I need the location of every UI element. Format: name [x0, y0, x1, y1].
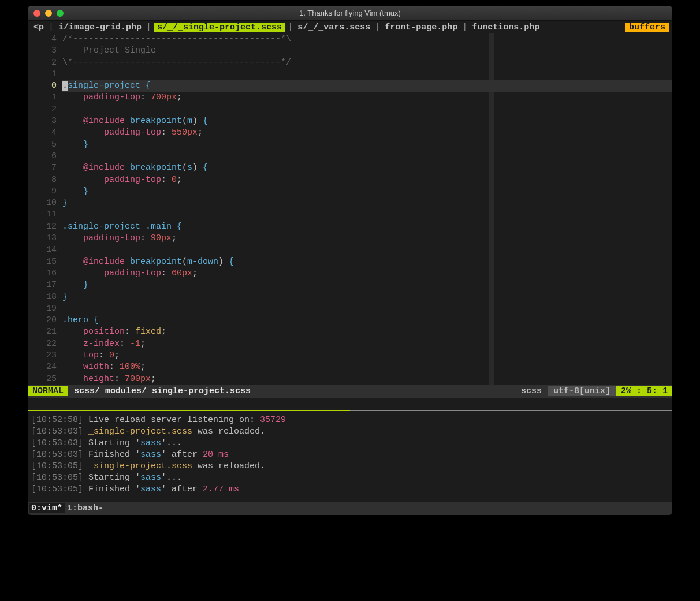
code-line[interactable] — [62, 151, 672, 162]
line-number: 25 — [28, 374, 57, 385]
code-line[interactable]: padding-top: 700px; — [62, 92, 672, 103]
status-encoding: utf-8[unix] — [548, 386, 616, 396]
code-line[interactable] — [62, 303, 672, 315]
code-line[interactable]: } — [62, 197, 672, 209]
tab-prefix: <p — [31, 23, 46, 32]
tab-sep: | — [144, 23, 154, 32]
code-line[interactable]: .hero { — [62, 315, 672, 326]
buffers-indicator[interactable]: buffers — [625, 23, 669, 32]
status-filetype: scss — [515, 386, 548, 396]
code-line[interactable]: } — [62, 186, 672, 197]
line-number: 24 — [28, 361, 57, 373]
line-number: 5 — [28, 139, 57, 151]
line-number: 11 — [28, 209, 57, 221]
line-number: 3 — [28, 115, 57, 127]
tab-sep: | — [460, 23, 470, 32]
tab-4[interactable]: functions.php — [470, 23, 542, 32]
code-line[interactable]: /*--------------------------------------… — [62, 33, 672, 45]
code-line[interactable] — [62, 104, 672, 115]
code-line[interactable]: padding-top: 550px; — [62, 127, 672, 139]
code-line[interactable]: \*--------------------------------------… — [62, 57, 672, 69]
tmux-statusbar: 0:vim*1:bash- — [28, 502, 672, 515]
terminal-line: [10:53:05] Starting 'sass'... — [31, 472, 669, 484]
editor-pane[interactable]: 4321012345678910111213141516171819202122… — [28, 33, 672, 385]
tab-1[interactable]: s/_/_single-project.scss — [154, 23, 285, 32]
terminal-line: [10:53:05] _single-project.scss was relo… — [31, 461, 669, 472]
code-line[interactable]: height: 700px; — [62, 374, 672, 385]
code-line[interactable]: top: 0; — [62, 350, 672, 361]
line-number-gutter: 4321012345678910111213141516171819202122… — [28, 33, 62, 385]
tmux-split-divider[interactable] — [28, 409, 672, 412]
tmux-window[interactable]: 1:bash- — [65, 503, 106, 513]
line-number: 1 — [28, 69, 57, 80]
terminal-window: 1. Thanks for flying Vim (tmux) <p | i/i… — [28, 6, 672, 515]
line-number: 0 — [28, 80, 57, 92]
tab-sep: | — [285, 23, 295, 32]
tmux-window[interactable]: 0:vim* — [29, 503, 65, 513]
line-number: 21 — [28, 326, 57, 338]
line-number: 15 — [28, 256, 57, 268]
status-file: scss/_modules/_single-project.scss — [68, 386, 256, 396]
line-number: 18 — [28, 292, 57, 303]
line-number: 17 — [28, 279, 57, 291]
line-number: 16 — [28, 268, 57, 279]
code-line[interactable]: z-index: -1; — [62, 338, 672, 350]
line-number: 22 — [28, 338, 57, 350]
buffer-tabline: <p | i/image-grid.php|s/_/_single-projec… — [28, 21, 672, 33]
line-number: 1 — [28, 92, 57, 103]
code-line[interactable]: } — [62, 292, 672, 303]
code-line[interactable]: padding-top: 60px; — [62, 268, 672, 279]
window-title: 1. Thanks for flying Vim (tmux) — [28, 9, 672, 17]
line-number: 20 — [28, 315, 57, 326]
code-line[interactable] — [62, 209, 672, 221]
tab-3[interactable]: front-page.php — [382, 23, 460, 32]
code-line[interactable]: @include breakpoint(m-down) { — [62, 256, 672, 268]
tab-0[interactable]: i/image-grid.php — [56, 23, 144, 32]
line-number: 10 — [28, 197, 57, 209]
line-number: 4 — [28, 127, 57, 139]
code-line[interactable]: width: 100%; — [62, 361, 672, 373]
mode-indicator: NORMAL — [28, 386, 68, 396]
code-line[interactable]: } — [62, 279, 672, 291]
vim-statusline: NORMAL scss/_modules/_single-project.scs… — [28, 385, 672, 398]
line-number: 23 — [28, 350, 57, 361]
line-number: 12 — [28, 221, 57, 233]
tab-2[interactable]: s/_/_vars.scss — [295, 23, 373, 32]
tab-sep: | — [46, 23, 56, 32]
line-number: 8 — [28, 174, 57, 186]
code-area[interactable]: /*--------------------------------------… — [62, 33, 672, 385]
code-line[interactable] — [62, 69, 672, 80]
code-line[interactable] — [62, 244, 672, 256]
line-number: 6 — [28, 151, 57, 162]
line-number: 2 — [28, 57, 57, 69]
code-line[interactable]: @include breakpoint(m) { — [62, 115, 672, 127]
tab-sep: | — [373, 23, 382, 32]
line-number: 19 — [28, 303, 57, 315]
code-line[interactable]: padding-top: 90px; — [62, 233, 672, 244]
line-number: 13 — [28, 233, 57, 244]
terminal-line: [10:53:03] Starting 'sass'... — [31, 438, 669, 449]
line-number: 4 — [28, 33, 57, 45]
code-line[interactable]: .single-project .main { — [62, 221, 672, 233]
titlebar[interactable]: 1. Thanks for flying Vim (tmux) — [28, 6, 672, 21]
vim-cmdline[interactable] — [28, 398, 672, 409]
terminal-line: [10:52:58] Live reload server listening … — [31, 415, 669, 426]
code-line[interactable]: @include breakpoint(s) { — [62, 162, 672, 174]
line-number: 3 — [28, 45, 57, 57]
terminal-pane[interactable]: [10:52:58] Live reload server listening … — [28, 412, 672, 497]
line-number: 7 — [28, 162, 57, 174]
status-position: 2% : 5: 1 — [616, 386, 672, 396]
code-line[interactable]: padding-top: 0; — [62, 174, 672, 186]
terminal-line: [10:53:05] Finished 'sass' after 2.77 ms — [31, 484, 669, 495]
code-line[interactable]: position: fixed; — [62, 326, 672, 338]
terminal-line: [10:53:03] _single-project.scss was relo… — [31, 426, 669, 438]
line-number: 9 — [28, 186, 57, 197]
line-number: 2 — [28, 104, 57, 115]
code-line[interactable]: } — [62, 139, 672, 151]
line-number: 14 — [28, 244, 57, 256]
code-line[interactable]: Project Single — [62, 45, 672, 57]
code-line[interactable]: .single-project { — [62, 80, 672, 92]
terminal-line: [10:53:03] Finished 'sass' after 20 ms — [31, 449, 669, 461]
